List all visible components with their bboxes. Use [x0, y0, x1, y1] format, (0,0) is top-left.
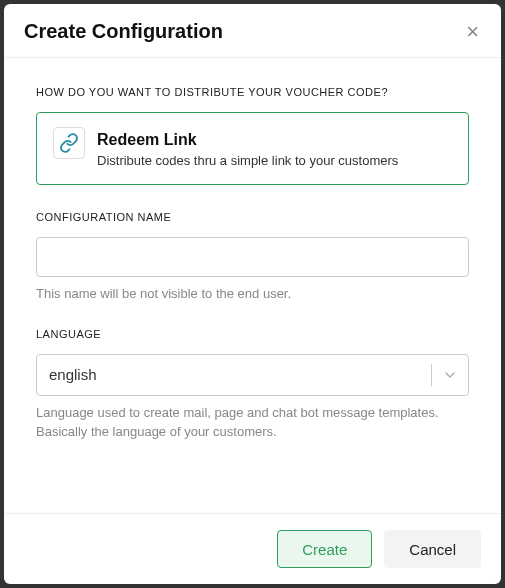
close-icon: ×: [466, 19, 479, 44]
chevron-down-icon: [432, 367, 468, 383]
language-select[interactable]: english: [36, 354, 469, 396]
configuration-name-helper: This name will be not visible to the end…: [36, 285, 469, 304]
close-button[interactable]: ×: [464, 21, 481, 43]
create-button[interactable]: Create: [277, 530, 372, 568]
option-title: Redeem Link: [97, 127, 452, 149]
modal-header: Create Configuration ×: [4, 4, 501, 58]
modal-body: HOW DO YOU WANT TO DISTRIBUTE YOUR VOUCH…: [4, 58, 501, 513]
option-description: Distribute codes thru a simple link to y…: [97, 153, 452, 168]
configuration-name-label: CONFIGURATION NAME: [36, 211, 469, 223]
distribution-option-redeem-link[interactable]: Redeem Link Distribute codes thru a simp…: [36, 112, 469, 185]
create-configuration-modal: Create Configuration × HOW DO YOU WANT T…: [4, 4, 501, 584]
distribute-question-label: HOW DO YOU WANT TO DISTRIBUTE YOUR VOUCH…: [36, 86, 469, 98]
link-icon: [53, 127, 85, 159]
modal-title: Create Configuration: [24, 20, 223, 43]
modal-footer: Create Cancel: [4, 513, 501, 584]
configuration-name-input[interactable]: [36, 237, 469, 277]
language-helper: Language used to create mail, page and c…: [36, 404, 469, 442]
language-label: LANGUAGE: [36, 328, 469, 340]
configuration-name-group: CONFIGURATION NAME This name will be not…: [36, 211, 469, 304]
option-text: Redeem Link Distribute codes thru a simp…: [97, 127, 452, 168]
cancel-button[interactable]: Cancel: [384, 530, 481, 568]
language-selected-value: english: [37, 366, 431, 383]
language-group: LANGUAGE english Language used to create…: [36, 328, 469, 442]
